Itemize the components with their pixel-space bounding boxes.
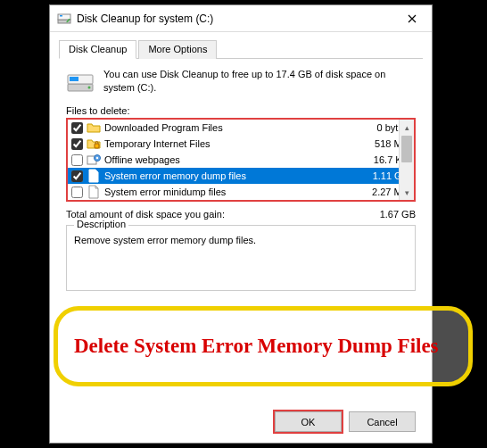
- file-row[interactable]: Offline webpages16.7 KB: [68, 152, 414, 168]
- tab-more-options[interactable]: More Options: [138, 40, 217, 59]
- files-listbox[interactable]: Downloaded Program Files0 bytesTemporary…: [66, 118, 416, 202]
- scrollbar-vertical[interactable]: ▴ ▾: [399, 120, 414, 200]
- tab-disk-cleanup[interactable]: Disk Cleanup: [59, 40, 136, 59]
- total-value: 1.67 GB: [344, 209, 416, 220]
- file-row-name: Temporary Internet Files: [104, 138, 359, 149]
- file-row[interactable]: System error minidump files2.27 MB: [68, 184, 414, 200]
- cancel-button[interactable]: Cancel: [349, 411, 416, 432]
- annotation-text: Delete System Error Memory Dump Files: [74, 332, 439, 360]
- svg-rect-1: [58, 14, 70, 20]
- file-row[interactable]: System error memory dump files1.11 GB: [68, 168, 414, 184]
- folder-icon: [87, 120, 101, 135]
- file-row-name: System error minidump files: [104, 187, 359, 197]
- window-title: Disk Cleanup for system (C:): [77, 12, 392, 25]
- svg-rect-5: [70, 77, 78, 81]
- file-row-checkbox[interactable]: [71, 122, 83, 134]
- file-row-name: Offline webpages: [104, 154, 359, 165]
- file-row[interactable]: Downloaded Program Files0 bytes: [68, 120, 414, 136]
- file-row-checkbox[interactable]: [71, 138, 83, 150]
- file-row-name: System error memory dump files: [104, 170, 359, 181]
- scroll-thumb[interactable]: [401, 136, 412, 162]
- close-button[interactable]: [392, 6, 432, 31]
- page-icon: [87, 153, 101, 167]
- lock-icon: [87, 137, 101, 151]
- svg-point-10: [96, 157, 98, 159]
- info-text: You can use Disk Cleanup to free up to 1…: [103, 68, 416, 95]
- info-row: You can use Disk Cleanup to free up to 1…: [66, 68, 416, 96]
- file-row-checkbox[interactable]: [71, 170, 83, 182]
- file-icon: [87, 169, 101, 183]
- scroll-up-button[interactable]: ▴: [400, 120, 414, 135]
- files-to-delete-label: Files to delete:: [66, 105, 416, 116]
- description-text: Remove system error memory dump files.: [74, 235, 408, 245]
- svg-rect-7: [95, 144, 99, 148]
- file-row[interactable]: Temporary Internet Files518 MB: [68, 136, 414, 152]
- panel-content: You can use Disk Cleanup to free up to 1…: [50, 59, 432, 295]
- description-legend: Description: [74, 219, 128, 229]
- file-row-name: Downloaded Program Files: [104, 122, 359, 133]
- dialog-footer: OK Cancel: [275, 411, 416, 432]
- scroll-down-button[interactable]: ▾: [400, 185, 414, 200]
- disk-cleanup-icon: [57, 12, 71, 26]
- file-row-checkbox[interactable]: [71, 154, 83, 166]
- file-icon: [87, 185, 101, 199]
- annotation-callout: Delete System Error Memory Dump Files: [54, 306, 473, 386]
- file-row-checkbox[interactable]: [71, 187, 83, 198]
- svg-point-6: [88, 87, 91, 89]
- close-icon: [408, 14, 417, 23]
- ok-button[interactable]: OK: [275, 411, 342, 432]
- titlebar[interactable]: Disk Cleanup for system (C:): [50, 5, 432, 32]
- description-group: Description Remove system error memory d…: [66, 225, 416, 291]
- drive-icon: [66, 68, 95, 96]
- tabs: Disk Cleanup More Options: [59, 39, 423, 59]
- svg-rect-2: [60, 15, 62, 17]
